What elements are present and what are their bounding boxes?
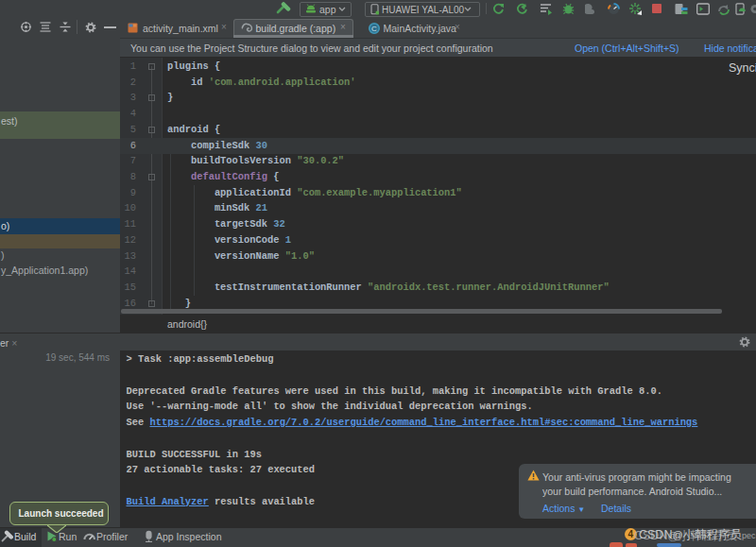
svg-text:C: C <box>371 24 377 32</box>
